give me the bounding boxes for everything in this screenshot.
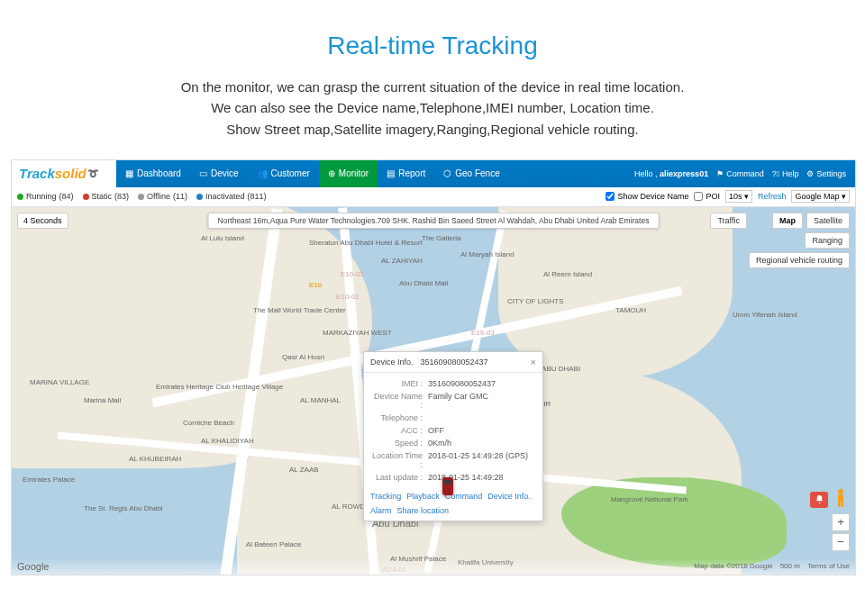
info-val-speed: 0Km/h <box>428 439 536 448</box>
status-static[interactable]: Static (83) <box>83 192 130 201</box>
link-tracking[interactable]: Tracking <box>370 492 401 501</box>
monitor-icon: ⊕ <box>328 168 335 178</box>
info-label-imei: IMEI : <box>370 379 428 388</box>
poi-mallworld: The Mall World Trade Center <box>253 306 346 314</box>
info-label-tel: Telephone : <box>370 413 428 422</box>
popup-title: Device Info. <box>370 358 414 367</box>
close-icon[interactable]: × <box>531 357 536 367</box>
google-logo: Google <box>17 561 49 572</box>
device-marker-icon[interactable] <box>442 477 453 495</box>
scale-text: 500 m <box>780 562 800 570</box>
poi-reem: Al Reem Island <box>543 270 592 278</box>
zoom-in-button[interactable]: + <box>832 513 850 531</box>
show-device-checkbox[interactable]: Show Device Name <box>606 192 688 201</box>
ranging-button[interactable]: Ranging <box>805 232 850 249</box>
info-label-upd: Last update : <box>370 473 428 482</box>
poi-checkbox[interactable]: POI <box>694 192 720 201</box>
zoom-out-button[interactable]: − <box>832 533 850 551</box>
interval-select[interactable]: 10s ▾ <box>725 190 752 203</box>
poi-khubeirah: AL KHUBEIRAH <box>129 455 181 463</box>
user-name[interactable]: aliexpress01 <box>660 169 708 178</box>
poi-qasr: Qasr Al Hosn <box>282 353 324 361</box>
seconds-button[interactable]: 4 Seconds <box>17 213 68 229</box>
pegman-icon[interactable] <box>833 488 848 508</box>
road-e10: E10 <box>309 281 322 289</box>
app-window: Tracksolid➰ ▦Dashboard ▭Device 👥Customer… <box>11 159 856 575</box>
nav-device[interactable]: ▭Device <box>190 160 248 187</box>
command-link[interactable]: ⚑Command <box>716 169 764 178</box>
dot-grey-icon <box>138 194 144 200</box>
nav-dashboard[interactable]: ▦Dashboard <box>116 160 190 187</box>
road-e1002: E10-02 <box>336 293 360 301</box>
map-canvas[interactable]: Al Lulu Island Sheraton Abu Dhabi Hotel … <box>12 207 855 575</box>
poi-marina: Marina Mall <box>84 396 121 404</box>
zoom-control: + − <box>832 513 850 551</box>
help-link[interactable]: ?⃝Help <box>772 169 799 178</box>
info-val-tel <box>428 413 536 422</box>
routing-button[interactable]: Regional vehicle routing <box>749 252 850 268</box>
link-share[interactable]: Share location <box>397 506 450 515</box>
logo-swoosh-icon: ➰ <box>87 168 98 178</box>
nav-label: Dashboard <box>137 168 181 178</box>
traffic-button[interactable]: Traffic <box>710 213 747 229</box>
status-running[interactable]: Running (84) <box>17 192 74 201</box>
refresh-link[interactable]: Refresh <box>758 192 787 201</box>
nav-monitor[interactable]: ⊕Monitor <box>319 160 378 187</box>
alert-button[interactable] <box>810 492 828 508</box>
svg-rect-3 <box>838 502 840 507</box>
geofence-icon: ⬡ <box>443 168 451 178</box>
popup-header: Device Info. 351609080052437 × <box>364 352 542 373</box>
poi-maryah: Al Maryah Island <box>460 250 514 258</box>
poi-emirates: Emirates Palace <box>23 476 75 484</box>
statusbar-right: Show Device Name POI 10s ▾ Refresh Googl… <box>606 190 850 203</box>
user-greeting: Hello , aliexpress01 <box>634 169 708 178</box>
flag-icon: ⚑ <box>716 169 724 178</box>
desc-line1: On the monitor, we can grasp the current… <box>181 79 685 95</box>
terms-link[interactable]: Terms of Use <box>807 562 850 570</box>
road-e1803: E18-03 <box>471 329 495 337</box>
statusbar: Running (84) Static (83) Offline (11) In… <box>12 187 855 207</box>
link-alarm[interactable]: Alarm <box>370 506 392 515</box>
status-inactivated[interactable]: Inactivated (811) <box>196 192 267 201</box>
poi-marinav: MARINA VILLAGE <box>30 378 89 386</box>
nav-customer[interactable]: 👥Customer <box>248 160 319 187</box>
popup-body: IMEI :351609080052437 Device Name :Famil… <box>364 373 542 488</box>
settings-link[interactable]: ⚙Settings <box>806 169 846 178</box>
link-playback[interactable]: Playback <box>406 492 440 501</box>
poi-bateen: Al Bateen Palace <box>246 540 301 548</box>
nav-geofence[interactable]: ⬡Geo Fence <box>434 160 508 187</box>
nav-report[interactable]: ▤Report <box>378 160 434 187</box>
device-info-popup: Device Info. 351609080052437 × IMEI :351… <box>363 351 543 521</box>
address-bar: Northeast 16m,Aqua Pure Water Technologi… <box>208 213 660 229</box>
poi-col: CITY OF LIGHTS <box>507 297 564 305</box>
popup-links: Tracking Playback Command Device Info. A… <box>364 488 542 521</box>
popup-imei-head: 351609080052437 <box>421 358 488 367</box>
poi-regis: The St. Regis Abu Dhabi <box>84 504 163 512</box>
info-val-acc: OFF <box>428 426 536 435</box>
nav-label: Device <box>211 168 239 178</box>
info-val-imei: 351609080052437 <box>428 379 536 388</box>
gear-icon: ⚙ <box>806 169 814 178</box>
poi-tamouh: TAMOUH <box>615 306 646 314</box>
nav-label: Customer <box>271 168 310 178</box>
svg-point-1 <box>838 489 843 494</box>
desc-line2: We can also see the Device name,Telephon… <box>211 100 654 115</box>
poi-markaziyah: MARKAZIYAH WEST <box>323 329 392 337</box>
map-provider-select[interactable]: Google Map ▾ <box>791 190 850 203</box>
poi-sheraton: Sheraton Abu Dhabi Hotel & Resort <box>309 239 423 247</box>
page-title: Real-time Tracking <box>0 0 865 77</box>
link-devinfo[interactable]: Device Info. <box>487 492 531 501</box>
maptype-satellite-button[interactable]: Satellite <box>806 213 850 229</box>
customer-icon: 👥 <box>257 168 268 178</box>
main-nav: ▦Dashboard ▭Device 👥Customer ⊕Monitor ▤R… <box>116 160 509 187</box>
maptype-map-button[interactable]: Map <box>772 213 803 229</box>
poi-manhal: AL MANHAL <box>300 396 341 404</box>
info-label-name: Device Name : <box>370 392 428 410</box>
copyright-text: Map data ©2018 Google <box>694 562 772 570</box>
logo-track: Track <box>19 166 55 181</box>
logo-solid: solid <box>55 166 86 181</box>
logo[interactable]: Tracksolid➰ <box>12 160 116 187</box>
status-offline[interactable]: Offline (11) <box>138 192 187 201</box>
svg-rect-2 <box>838 494 843 503</box>
poi-zahiyah: AL ZAHIYAH <box>381 257 423 265</box>
